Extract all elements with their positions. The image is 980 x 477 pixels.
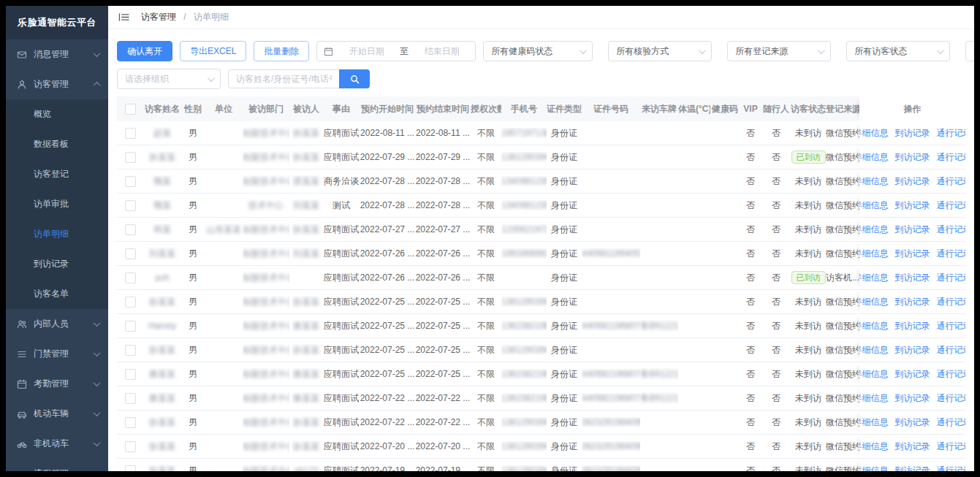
cell-reason: 应聘面试 xyxy=(323,248,360,260)
cell-companion: 否 xyxy=(761,320,791,332)
sidebar-item-message[interactable]: 消息管理 xyxy=(6,39,108,69)
start-date-placeholder[interactable]: 开始日期 xyxy=(340,45,393,58)
export-excel-button[interactable]: 导出EXCEL xyxy=(180,41,246,61)
sidebar-item-nonmotor[interactable]: 非机动车 xyxy=(6,429,108,459)
detail-info-link[interactable]: 详细信息 xyxy=(859,248,889,260)
visit-record-link[interactable]: 到访记录 xyxy=(895,199,930,212)
menu-fold-icon[interactable] xyxy=(118,12,129,22)
visit-record-link[interactable]: 到访记录 xyxy=(895,416,930,429)
row-checkbox[interactable] xyxy=(125,248,136,259)
row-checkbox[interactable] xyxy=(125,176,136,187)
detail-info-link[interactable]: 详细信息 xyxy=(859,127,889,140)
visit-record-link[interactable]: 到访记录 xyxy=(895,151,930,164)
sidebar-item-approval[interactable]: 访单审批 xyxy=(6,189,108,219)
row-checkbox[interactable] xyxy=(125,128,136,139)
pass-record-link[interactable]: 通行记录 xyxy=(937,320,966,332)
sidebar-item-overview[interactable]: 概览 xyxy=(6,99,108,129)
detail-info-link[interactable]: 详细信息 xyxy=(859,416,889,429)
pass-record-link[interactable]: 通行记录 xyxy=(937,224,966,236)
row-checkbox[interactable] xyxy=(125,297,136,308)
detail-info-link[interactable]: 详细信息 xyxy=(859,272,889,284)
sidebar-item-attendance[interactable]: 考勤管理 xyxy=(6,369,108,399)
pass-record-link[interactable]: 通行记录 xyxy=(937,151,966,164)
batch-delete-button[interactable]: 批量删除 xyxy=(254,41,309,61)
row-checkbox[interactable] xyxy=(125,345,136,356)
search-button[interactable] xyxy=(339,69,370,88)
row-checkbox[interactable] xyxy=(125,465,136,471)
table-row: Harvey男创新技术中心墨某某应聘面试2022-07-25 ...2022-0… xyxy=(117,314,965,338)
detail-info-link[interactable]: 详细信息 xyxy=(859,320,889,332)
visit-record-link[interactable]: 到访记录 xyxy=(895,296,930,308)
detail-info-link[interactable]: 详细信息 xyxy=(859,199,889,212)
pass-record-link[interactable]: 通行记录 xyxy=(937,272,966,284)
sidebar-item-register[interactable]: 访客登记 xyxy=(6,159,108,189)
detail-info-link[interactable]: 详细信息 xyxy=(859,392,889,405)
visit-record-link[interactable]: 到访记录 xyxy=(895,465,930,472)
pass-record-link[interactable]: 通行记录 xyxy=(937,127,966,140)
health-code-status-select[interactable]: 所有健康码状态 xyxy=(483,41,593,61)
cell-visited-department: 创新技术中心 xyxy=(243,368,289,381)
row-checkbox[interactable] xyxy=(125,369,136,380)
detail-info-link[interactable]: 详细信息 xyxy=(859,440,889,453)
select-all-checkbox[interactable] xyxy=(125,104,136,115)
sidebar-item-access[interactable]: 门禁管理 xyxy=(6,339,108,369)
detail-info-link[interactable]: 详细信息 xyxy=(859,368,889,381)
detail-info-link[interactable]: 详细信息 xyxy=(859,465,889,472)
sidebar-item-visitor[interactable]: 访客管理 xyxy=(6,69,108,99)
row-checkbox[interactable] xyxy=(125,393,136,404)
visit-record-link[interactable]: 到访记录 xyxy=(895,344,930,356)
visit-record-link[interactable]: 到访记录 xyxy=(895,175,930,188)
pass-record-link[interactable]: 通行记录 xyxy=(937,344,966,356)
row-checkbox[interactable] xyxy=(125,200,136,211)
sidebar-item-detail[interactable]: 访单明细 xyxy=(6,219,108,249)
row-checkbox[interactable] xyxy=(125,224,136,235)
cell-register-source: 微信预约 xyxy=(826,127,859,140)
pass-record-link[interactable]: 通行记录 xyxy=(937,392,966,405)
visit-record-link[interactable]: 到访记录 xyxy=(895,320,930,332)
sidebar-item-dashboard[interactable]: 数据看板 xyxy=(6,129,108,159)
organization-select[interactable]: 请选择组织 xyxy=(117,69,221,89)
breadcrumb-root[interactable]: 访客管理 xyxy=(141,12,176,22)
visit-record-link[interactable]: 到访记录 xyxy=(895,440,930,453)
row-checkbox[interactable] xyxy=(125,441,136,452)
pass-record-link[interactable]: 通行记录 xyxy=(937,296,966,308)
visitor-status-select[interactable]: 所有访客状态 xyxy=(846,41,950,61)
confirm-leave-button[interactable]: 确认离开 xyxy=(117,41,172,61)
detail-info-link[interactable]: 详细信息 xyxy=(859,151,889,164)
pass-record-link[interactable]: 通行记录 xyxy=(937,416,966,429)
verify-method-select[interactable]: 所有核验方式 xyxy=(608,41,712,61)
register-source-select[interactable]: 所有登记来源 xyxy=(727,41,831,61)
visit-record-link[interactable]: 到访记录 xyxy=(895,127,930,140)
pass-record-link[interactable]: 通行记录 xyxy=(937,199,966,212)
search-input[interactable] xyxy=(228,69,339,88)
cell-value: 魏某 xyxy=(153,200,171,210)
sidebar-item-vehicle[interactable]: 机动车辆 xyxy=(6,399,108,429)
row-checkbox[interactable] xyxy=(125,152,136,163)
sidebar-item-internal[interactable]: 内部人员 xyxy=(6,309,108,339)
row-checkbox[interactable] xyxy=(125,417,136,428)
pass-record-link[interactable]: 通行记录 xyxy=(937,465,966,472)
visit-record-link[interactable]: 到访记录 xyxy=(895,272,930,284)
visit-record-link[interactable]: 到访记录 xyxy=(895,392,930,405)
detail-info-link[interactable]: 详细信息 xyxy=(859,296,889,308)
pass-record-link[interactable]: 通行记录 xyxy=(937,248,966,260)
pass-record-link[interactable]: 通行记录 xyxy=(937,440,966,453)
sidebar-item-process[interactable]: 流程管理 xyxy=(6,459,108,471)
pass-record-link[interactable]: 通行记录 xyxy=(937,175,966,188)
pass-record-link[interactable]: 通行记录 xyxy=(937,368,966,381)
end-date-placeholder[interactable]: 结束日期 xyxy=(415,45,468,58)
cell-visitor-status: 未到访 xyxy=(791,248,826,260)
detail-info-link[interactable]: 详细信息 xyxy=(859,344,889,356)
visit-record-link[interactable]: 到访记录 xyxy=(895,248,930,260)
sidebar-item-records[interactable]: 到访记录 xyxy=(6,249,108,279)
visit-record-link[interactable]: 到访记录 xyxy=(895,224,930,236)
date-range-picker[interactable]: 开始日期 至 结束日期 xyxy=(316,41,476,61)
visit-record-link[interactable]: 到访记录 xyxy=(895,368,930,381)
sidebar-item-list[interactable]: 访客名单 xyxy=(6,279,108,309)
row-checkbox[interactable] xyxy=(125,321,136,332)
row-checkbox[interactable] xyxy=(125,272,136,283)
is-vip-select[interactable]: 是否VIP xyxy=(965,41,974,61)
detail-info-link[interactable]: 详细信息 xyxy=(859,224,889,236)
cell-phone: 19928989815 xyxy=(501,248,547,259)
detail-info-link[interactable]: 详细信息 xyxy=(859,175,889,188)
